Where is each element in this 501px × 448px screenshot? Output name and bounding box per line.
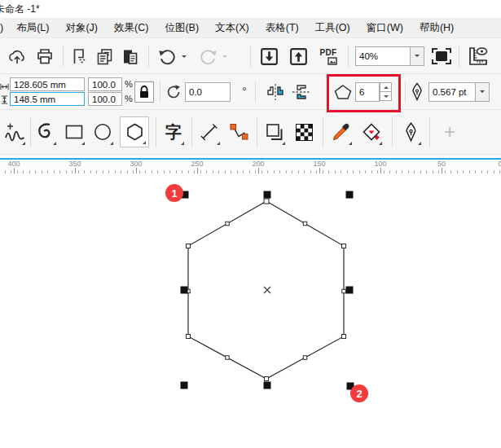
separator xyxy=(148,45,149,67)
node-marker[interactable] xyxy=(187,335,191,339)
paste-button[interactable] xyxy=(118,44,141,68)
node-marker[interactable] xyxy=(226,222,230,226)
redo-icon xyxy=(198,47,218,65)
selection-handle[interactable] xyxy=(346,191,354,199)
plus-icon: + xyxy=(444,122,455,142)
annotation-badge-1: 1 xyxy=(165,184,183,202)
selection-handle[interactable] xyxy=(181,382,188,389)
selection-handle[interactable] xyxy=(264,382,271,389)
eyedropper-tool-button[interactable] xyxy=(328,116,354,147)
menu-item-object[interactable]: 对象(J) xyxy=(57,21,106,35)
rotation-angle-input[interactable] xyxy=(185,82,231,102)
outline-width-input[interactable] xyxy=(428,82,476,102)
scale-h-input[interactable] xyxy=(88,77,122,91)
lock-ratio-button[interactable] xyxy=(134,81,154,103)
drop-shadow-tool-button[interactable] xyxy=(261,116,288,147)
zoom-level-dropdown-button[interactable] xyxy=(410,46,424,66)
ruler-major-tick xyxy=(319,168,320,173)
cloud-upload-icon xyxy=(7,48,27,64)
object-height-input[interactable] xyxy=(10,92,85,106)
hexagon-shape[interactable] xyxy=(188,201,344,379)
rectangle-tool-button[interactable] xyxy=(61,116,87,147)
publish-pdf-button[interactable]: PDF xyxy=(315,44,341,68)
redo-flyout-button[interactable] xyxy=(220,44,230,68)
chevron-down-icon xyxy=(415,55,420,59)
zoom-level-input[interactable] xyxy=(355,46,411,66)
node-marker[interactable] xyxy=(264,199,269,204)
node-marker[interactable] xyxy=(342,244,346,248)
redo-button[interactable] xyxy=(196,44,220,68)
scale-v-input[interactable] xyxy=(88,92,122,106)
property-bar: % % ° xyxy=(0,74,501,110)
chevron-down-icon xyxy=(222,55,227,60)
outline-pen-icon xyxy=(411,82,423,101)
text-tool-button[interactable]: 字 xyxy=(160,116,187,147)
drawing-canvas[interactable]: 1 2 xyxy=(0,174,501,448)
node-marker[interactable] xyxy=(226,356,230,360)
separator xyxy=(191,116,192,147)
ellipse-tool-button[interactable] xyxy=(90,116,116,147)
mirror-vertical-button[interactable] xyxy=(290,81,313,103)
add-tool-button[interactable]: + xyxy=(437,116,463,147)
polygon-tool-button[interactable] xyxy=(120,116,149,147)
menu-item-partial[interactable]: ) xyxy=(0,22,8,33)
freehand-tool-button[interactable] xyxy=(2,116,28,147)
menu-item-text[interactable]: 文本(X) xyxy=(207,21,257,35)
ruler-label: 200 xyxy=(252,160,264,168)
node-marker[interactable] xyxy=(303,356,307,360)
cloud-upload-button[interactable] xyxy=(6,44,29,68)
pen-tool-button[interactable] xyxy=(398,116,424,147)
curve-icon xyxy=(37,122,55,142)
selection-handle[interactable] xyxy=(181,287,188,294)
node-marker[interactable] xyxy=(342,335,346,339)
node-marker[interactable] xyxy=(303,222,307,226)
curve-tool-button[interactable] xyxy=(33,116,59,147)
print-icon xyxy=(36,48,54,64)
outline-width-dropdown-button[interactable] xyxy=(475,82,490,102)
menu-item-tools[interactable]: 工具(O) xyxy=(307,21,358,35)
menu-item-effects[interactable]: 效果(C) xyxy=(106,21,156,35)
pattern-fill-tool-button[interactable] xyxy=(291,116,317,147)
chevron-down-icon xyxy=(480,90,485,95)
connector-tool-button[interactable] xyxy=(226,116,252,147)
undo-button[interactable] xyxy=(155,44,179,68)
ruler-label: 400 xyxy=(7,160,20,168)
horizontal-ruler[interactable]: 400 350 300 250 200 150 100 50 0 xyxy=(0,155,501,174)
drop-shadow-icon xyxy=(265,122,284,142)
ruler-label: 0 xyxy=(498,160,501,168)
selection-handle[interactable] xyxy=(264,191,271,199)
menu-item-layout[interactable]: 布局(L) xyxy=(8,21,57,35)
menu-item-bitmaps[interactable]: 位图(B) xyxy=(156,21,207,35)
title-bar: 未命名 -1* xyxy=(0,0,501,18)
separator xyxy=(392,116,393,147)
ruler-major-tick xyxy=(197,168,198,173)
separator xyxy=(156,116,156,147)
text-tool-icon: 字 xyxy=(165,124,182,140)
cut-button[interactable] xyxy=(68,44,90,68)
copy-button[interactable] xyxy=(93,44,116,68)
ruler-visibility-button[interactable] xyxy=(465,44,491,68)
rotate-icon xyxy=(165,84,182,100)
smart-fill-tool-button[interactable] xyxy=(358,116,385,147)
freehand-icon xyxy=(4,122,25,142)
node-marker[interactable] xyxy=(187,244,191,248)
polygon-icon xyxy=(125,122,145,142)
object-width-input[interactable] xyxy=(10,77,85,91)
import-button[interactable] xyxy=(257,44,281,68)
export-button[interactable] xyxy=(286,44,310,68)
dimension-tool-button[interactable] xyxy=(196,116,222,147)
cut-icon xyxy=(71,48,87,64)
selection-handle[interactable] xyxy=(346,287,354,294)
fullscreen-preview-button[interactable] xyxy=(429,44,454,68)
ruler-major-tick xyxy=(75,168,76,173)
menu-item-window[interactable]: 窗口(W) xyxy=(358,21,411,35)
rectangle-icon xyxy=(64,122,84,142)
menu-item-table[interactable]: 表格(T) xyxy=(257,21,307,35)
undo-flyout-button[interactable] xyxy=(179,44,189,68)
menu-item-help[interactable]: 帮助(H) xyxy=(411,21,462,35)
print-button[interactable] xyxy=(33,44,56,68)
node-marker[interactable] xyxy=(265,377,269,381)
mirror-horizontal-button[interactable] xyxy=(264,81,287,103)
node-marker[interactable] xyxy=(342,289,346,293)
separator xyxy=(160,81,160,103)
